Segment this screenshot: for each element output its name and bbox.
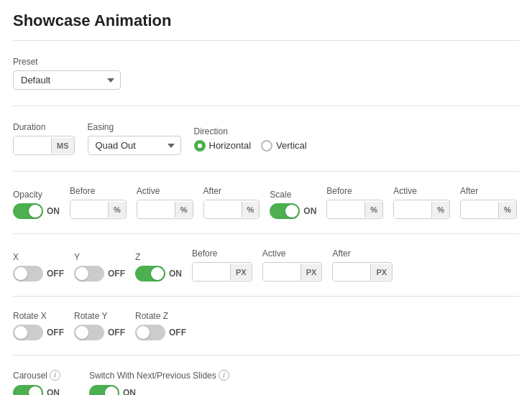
xyz-after-label: After [332, 248, 393, 259]
xyz-before-item: Before 1 PX [192, 248, 252, 282]
switch-slides-label-row: Switch With Next/Previous Slides i [89, 370, 229, 381]
carousel-item: Carousel i ON [13, 370, 60, 395]
y-toggle[interactable]: OFF [74, 266, 125, 282]
rotate-row: Rotate X OFF Rotate Y OFF Rotate Z [13, 304, 519, 348]
duration-easing-section: Duration 400 MS Easing Quad Out Linear E… [13, 113, 519, 164]
easing-field: Easing Quad Out Linear Ease In Ease Out … [88, 122, 181, 155]
easing-select[interactable]: Quad Out Linear Ease In Ease Out Ease In… [88, 136, 181, 155]
rotate-x-toggle[interactable]: OFF [13, 325, 64, 340]
dur-ease-row: Duration 400 MS Easing Quad Out Linear E… [13, 122, 519, 155]
opacity-after-item: After 50 % [203, 186, 260, 219]
z-toggle-thumb [151, 267, 164, 280]
xyz-active-item: Active 0 PX [262, 248, 323, 282]
rotate-z-toggle[interactable]: OFF [135, 325, 186, 340]
opacity-active-label: Active [137, 186, 193, 196]
rotate-y-toggle-thumb [75, 326, 88, 339]
direction-field: Direction Horizontal Vertical [194, 126, 307, 152]
rotate-y-item: Rotate Y OFF [74, 311, 125, 340]
rotate-x-item: Rotate X OFF [13, 311, 64, 340]
rotate-z-toggle-thumb [137, 326, 150, 339]
scale-after-input[interactable]: 80 [461, 200, 498, 218]
xyz-row: X OFF Y OFF Z ON [13, 241, 519, 289]
rotate-divider [13, 355, 519, 356]
opacity-toggle-label: ON [47, 206, 60, 216]
carousel-toggle-thumb [29, 386, 42, 395]
xyz-divider [13, 296, 519, 297]
opacity-before-input[interactable]: 50 [70, 200, 108, 218]
page-title: Showcase Animation [13, 11, 519, 30]
switch-slides-toggle[interactable]: ON [89, 385, 229, 395]
xyz-active-input[interactable]: 0 [263, 263, 301, 281]
xyz-before-label: Before [192, 248, 252, 259]
scale-after-item: After 80 % [460, 186, 517, 219]
xyz-after-item: After 1 PX [332, 248, 393, 282]
dur-ease-divider [13, 171, 519, 172]
duration-input[interactable]: 400 [14, 136, 51, 154]
rotate-y-toggle-track [74, 325, 104, 340]
opacity-scale-row: Opacity ON Before 50 % Active 100 % [13, 179, 519, 226]
carousel-toggle-track [13, 385, 43, 395]
rotate-y-toggle[interactable]: OFF [74, 325, 125, 340]
carousel-toggle[interactable]: ON [13, 385, 60, 395]
xyz-after-group: 1 PX [332, 262, 393, 282]
x-toggle-label: OFF [47, 269, 64, 279]
opacity-before-group: 50 % [70, 200, 127, 219]
switch-slides-toggle-track [89, 385, 119, 395]
opacity-active-input[interactable]: 100 [137, 200, 175, 218]
direction-vertical[interactable]: Vertical [261, 140, 307, 152]
carousel-info-icon[interactable]: i [50, 370, 60, 381]
opacity-scale-divider [13, 233, 519, 234]
xyz-after-input[interactable]: 1 [333, 263, 370, 281]
z-toggle-track [135, 266, 165, 282]
opacity-toggle[interactable]: ON [13, 203, 60, 219]
z-item: Z ON [135, 252, 182, 282]
scale-before-input[interactable]: 80 [327, 200, 364, 218]
scale-before-label: Before [326, 186, 383, 196]
opacity-active-item: Active 100 % [137, 186, 193, 219]
rotate-x-toggle-label: OFF [47, 327, 64, 338]
y-toggle-track [74, 266, 104, 282]
opacity-after-input[interactable]: 50 [204, 200, 242, 218]
direction-horizontal[interactable]: Horizontal [194, 140, 252, 152]
z-toggle[interactable]: ON [135, 266, 182, 282]
xyz-before-input[interactable]: 1 [193, 263, 230, 281]
preset-select[interactable]: Default Fade Slide Zoom [13, 70, 121, 90]
scale-after-label: After [460, 186, 517, 196]
xyz-before-unit: PX [230, 264, 252, 280]
rotate-z-label: Rotate Z [135, 311, 186, 321]
rotate-y-toggle-label: OFF [108, 327, 125, 338]
preset-label: Preset [13, 57, 519, 67]
xyz-active-unit: PX [301, 264, 322, 280]
xyz-before-group: 1 PX [192, 262, 252, 282]
rotate-x-toggle-thumb [14, 326, 27, 339]
preset-field: Preset Default Fade Slide Zoom [13, 57, 519, 90]
switch-slides-info-icon[interactable]: i [219, 370, 229, 381]
scale-toggle-track [270, 203, 300, 219]
scale-toggle-label: ON [303, 206, 316, 216]
opacity-active-unit: % [175, 202, 193, 218]
opacity-toggle-track [13, 203, 43, 219]
scale-before-unit: % [364, 202, 382, 218]
scale-active-item: Active 99 % [393, 186, 450, 219]
scale-item: Scale ON [270, 190, 316, 219]
duration-label: Duration [13, 122, 75, 132]
vertical-radio-circle [261, 140, 272, 152]
xyz-after-unit: PX [370, 264, 392, 280]
scale-after-unit: % [498, 202, 516, 218]
title-divider [13, 40, 519, 41]
rotate-y-label: Rotate Y [74, 311, 125, 321]
switch-slides-item: Switch With Next/Previous Slides i ON [89, 370, 229, 395]
scale-toggle[interactable]: ON [270, 203, 316, 219]
direction-radio-group: Horizontal Vertical [194, 140, 307, 152]
direction-label: Direction [194, 126, 307, 136]
y-item: Y OFF [74, 252, 125, 282]
carousel-label: Carousel [13, 371, 47, 381]
horizontal-radio-circle [194, 140, 206, 152]
opacity-active-group: 100 % [137, 200, 193, 219]
opacity-after-group: 50 % [203, 200, 260, 219]
duration-field: Duration 400 MS [13, 122, 75, 155]
x-toggle[interactable]: OFF [13, 266, 64, 282]
opacity-before-unit: % [108, 202, 126, 218]
scale-active-input[interactable]: 99 [394, 200, 431, 218]
duration-unit: MS [51, 138, 74, 154]
